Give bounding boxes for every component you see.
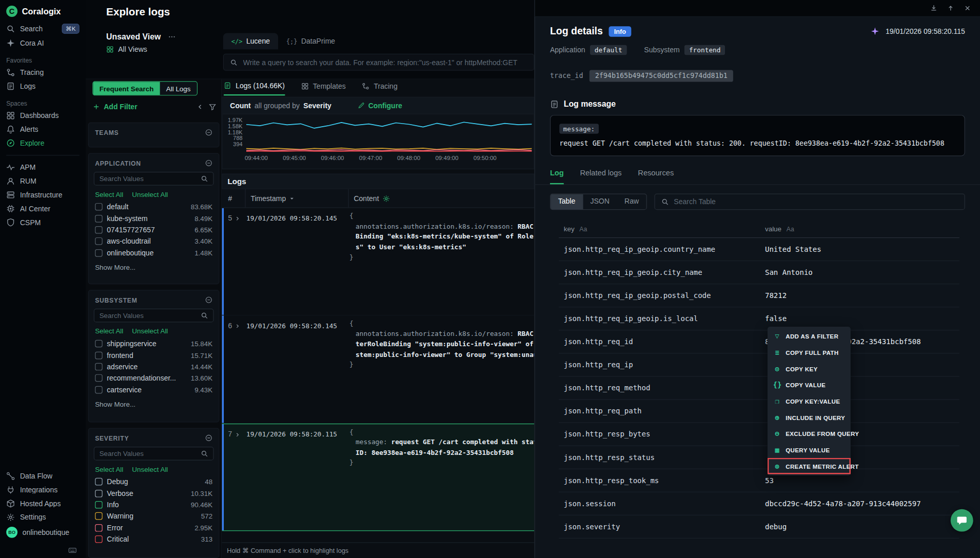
tab-logs[interactable]: Logs (104.66K) [224, 82, 285, 96]
case-sensitivity-toggle[interactable]: Aa [579, 225, 587, 232]
filter-item[interactable]: kube-system 8.49K [89, 213, 219, 224]
expand-row-icon[interactable] [234, 431, 241, 437]
chart-metric[interactable]: Count [230, 102, 250, 110]
tab-related-logs[interactable]: Related logs [580, 169, 621, 184]
collapse-section-icon[interactable] [205, 434, 213, 442]
checkbox[interactable] [95, 340, 103, 348]
sidebar-item[interactable]: Settings [0, 510, 86, 524]
kv-row[interactable]: json.http_req_ip_geoip.city_name San Ant… [559, 261, 959, 284]
checkbox[interactable] [95, 512, 103, 520]
subsystem-search-input[interactable] [100, 312, 197, 320]
tab-templates[interactable]: Templates [301, 82, 346, 96]
filter-item[interactable]: shippingservice 15.84K [89, 338, 219, 349]
expand-panel-icon[interactable] [947, 5, 954, 12]
trace-id-value[interactable]: 2f94b165b49475c0dd5cf1c974dd81b1 [590, 70, 733, 82]
download-icon[interactable] [930, 5, 938, 12]
tab-tracing[interactable]: Tracing [362, 82, 397, 96]
sidebar-item[interactable]: CSPM [0, 215, 86, 229]
tab-frequent-search[interactable]: Frequent Search [93, 82, 160, 95]
filter-item[interactable]: default 83.68K [89, 201, 219, 212]
application-search-input[interactable] [100, 175, 197, 183]
checkbox[interactable] [95, 249, 103, 257]
sidebar-item[interactable]: Alerts [0, 123, 86, 136]
collapse-section-icon[interactable] [205, 160, 213, 167]
sidebar-item-account[interactable]: BO onlineboutique [0, 524, 86, 541]
checkbox[interactable] [95, 524, 103, 532]
expand-row-icon[interactable] [234, 323, 241, 329]
context-menu-item[interactable]: ≡ COPY FULL PATH [768, 344, 851, 361]
sidebar-item[interactable]: Data Flow [0, 469, 86, 483]
checkbox[interactable] [95, 501, 103, 509]
context-menu-item[interactable]: ▽ ADD AS A FILTER [768, 328, 851, 345]
kv-key[interactable]: json.http_req_ip [564, 361, 765, 369]
checkbox[interactable] [95, 215, 103, 223]
query-input[interactable] [243, 58, 527, 66]
context-menu-item[interactable]: {} COPY VALUE [768, 377, 851, 393]
context-menu-item[interactable]: ⊙ COPY KEY [768, 361, 851, 377]
kv-key[interactable]: json.session [564, 499, 765, 508]
unselect-all-link[interactable]: Unselect All [132, 327, 168, 335]
collapse-section-icon[interactable] [205, 129, 213, 136]
checkbox[interactable] [95, 203, 103, 211]
filter-item[interactable]: Verbose 10.31K [89, 488, 219, 499]
checkbox[interactable] [95, 374, 103, 382]
filter-item[interactable]: Debug 48 [89, 476, 219, 487]
checkbox[interactable] [95, 351, 103, 359]
tab-log[interactable]: Log [550, 169, 564, 184]
show-more-link[interactable]: Show More... [89, 258, 219, 273]
unselect-all-link[interactable]: Unselect All [132, 465, 168, 473]
kv-key[interactable]: json.http_req_id [564, 337, 765, 346]
application-value-badge[interactable]: default [590, 45, 626, 55]
filter-funnel-icon[interactable] [209, 103, 217, 111]
expand-row-icon[interactable] [234, 215, 241, 222]
sidebar-item[interactable]: Hosted Apps [0, 496, 86, 510]
kv-row[interactable]: json.severity debug [559, 515, 959, 539]
kv-row[interactable]: json.http_req_path [559, 400, 959, 423]
context-menu-item[interactable]: ⊖ EXCLUDE FROM QUERY [768, 426, 851, 442]
filter-item[interactable]: Critical 313 [89, 533, 219, 545]
all-views-link[interactable]: All Views [106, 46, 147, 53]
toggle-json[interactable]: JSON [583, 194, 617, 209]
sidebar-item-search[interactable]: Search ⌘K [0, 21, 86, 36]
message-key-badge[interactable]: message: [559, 124, 598, 133]
kv-value[interactable]: 78212 [765, 291, 954, 300]
log-row-selected[interactable]: 7 19/01/2026 09:58:20.115 { message: req… [222, 423, 534, 531]
toggle-raw[interactable]: Raw [617, 194, 646, 209]
kv-value[interactable]: debug [765, 522, 954, 531]
checkbox[interactable] [95, 386, 103, 393]
tab-resources[interactable]: Resources [638, 169, 674, 184]
checkbox[interactable] [95, 489, 103, 497]
logo[interactable]: C Coralogix [0, 0, 86, 21]
filter-item[interactable]: Warning 572 [89, 510, 219, 522]
kv-value[interactable]: false [765, 314, 954, 323]
sidebar-item[interactable]: Tracing [0, 66, 86, 79]
filter-item[interactable]: recommendationser... 13.60K [89, 372, 219, 384]
kv-key[interactable]: json.http_req_ip_geoip.country_name [564, 245, 765, 254]
kv-key[interactable]: json.http_resp_bytes [564, 430, 765, 439]
kv-key[interactable]: json.http_resp_status [564, 453, 765, 462]
select-all-link[interactable]: Select All [95, 327, 123, 335]
filter-item[interactable]: onlineboutique 1.48K [89, 247, 219, 258]
sidebar-item[interactable]: Explore [0, 136, 86, 150]
context-menu-item[interactable]: ❐ COPY KEY:VALUE [768, 393, 851, 409]
kv-row[interactable]: json.http_req_ip_geoip.is_local false [559, 307, 959, 330]
filter-item[interactable]: Error 2.95K [89, 522, 219, 533]
kv-value[interactable]: United States [765, 245, 954, 254]
kv-row[interactable]: json.http_resp_status [559, 446, 959, 469]
filter-item[interactable]: cartservice 9.43K [89, 384, 219, 395]
checkbox[interactable] [95, 237, 103, 245]
kv-key[interactable]: json.http_resp_took_ms [564, 476, 765, 485]
column-settings-gear-icon[interactable] [383, 194, 390, 202]
filter-item[interactable]: frontend 15.71K [89, 349, 219, 361]
kv-key[interactable]: json.http_req_ip_geoip.is_local [564, 314, 765, 323]
table-search-input[interactable] [674, 198, 958, 206]
view-options-kebab-icon[interactable] [168, 33, 176, 41]
kv-row[interactable]: json.session dbccd29c-4d52-4a78-a207-913… [559, 492, 959, 515]
kv-value[interactable]: dbccd29c-4d52-4a78-a207-913c44002597 [765, 499, 954, 508]
tab-all-logs[interactable]: All Logs [160, 82, 197, 95]
ai-sparkle-icon[interactable] [871, 27, 879, 35]
checkbox[interactable] [95, 478, 103, 486]
sidebar-item-cora-ai[interactable]: Cora AI [0, 36, 86, 50]
context-menu-item[interactable]: ⊚ CREATE METRIC ALERT [768, 458, 851, 474]
filter-item[interactable]: adservice 14.44K [89, 361, 219, 372]
